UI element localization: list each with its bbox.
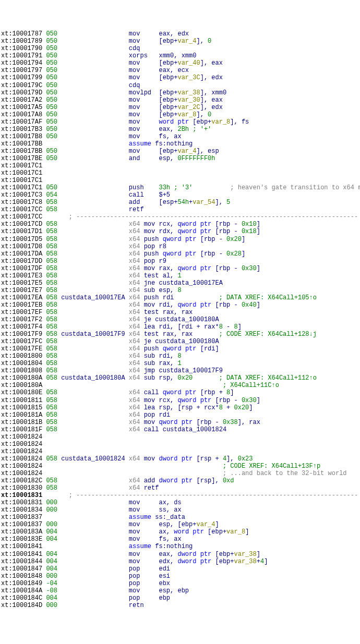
asm-line[interactable]: xt:10001797 050 mov eax, ecx	[1, 67, 360, 74]
asm-line[interactable]: xt:100017D8 058 x64 pop r8	[1, 243, 360, 250]
asm-line[interactable]: xt:100017C1	[1, 169, 360, 177]
instruction-text: mov eax, 2Bh ; '+'	[57, 126, 211, 133]
asm-line[interactable]: xt:100017BB 050 mov [ebp+var_4], esp	[1, 148, 360, 155]
asm-line[interactable]: xt:10001841 004 mov eax, dword ptr [ebp+…	[1, 551, 360, 558]
asm-line[interactable]: xt:100017C1	[1, 177, 360, 184]
asm-line[interactable]: xt:10001811 058 x64 mov rcx, qword ptr […	[1, 397, 360, 404]
instruction-text: mov fs, ax	[57, 133, 182, 140]
asm-line[interactable]: xt:10001790 050 cdq	[1, 45, 360, 52]
asm-line[interactable]: xt:100017D5 058 x64 push qword ptr [rbp …	[1, 236, 360, 243]
asm-line[interactable]: xt:100017CC 058 retf	[1, 206, 360, 213]
asm-line[interactable]: xt:100017E7 058 x64 sub esp, 8	[1, 287, 360, 294]
asm-line[interactable]: xt:10001831 ; --------------------------…	[1, 492, 360, 499]
asm-line[interactable]: xt:10001844 004 mov edx, dword ptr [ebp+…	[1, 558, 360, 565]
asm-line[interactable]: xt:10001849 -04 pop ebx	[1, 580, 360, 587]
asm-line[interactable]: xt:100017AF 050 mov word ptr [ebp+var_8]…	[1, 118, 360, 126]
asm-line[interactable]: xt:10001824 058 custdata_10001824 x64 mo…	[1, 455, 360, 463]
asm-line[interactable]: xt:10001837 000 mov esp, [ebp+var_4]	[1, 521, 360, 528]
asm-line[interactable]: xt:100017DA 058 x64 push qword ptr [rbp …	[1, 250, 360, 258]
asm-line[interactable]: xt:1000181F 058 x64 call custdata_100018…	[1, 426, 360, 433]
asm-line[interactable]: xt:100017DF 058 x64 mov rax, qword ptr […	[1, 265, 360, 272]
stack-offset: 058	[46, 411, 57, 419]
asm-line[interactable]: xt:100017A8 050 mov [ebp+var_8], 0	[1, 111, 360, 118]
asm-line[interactable]: xt:100017BE 050 and esp, 0FFFFFFF0h	[1, 155, 360, 162]
asm-line[interactable]: xt:100017F2 058 x64 je custdata_1000180A	[1, 316, 360, 323]
asm-line[interactable]: xt:10001834 000 mov ss, ax	[1, 506, 360, 514]
stack-offset: 058	[46, 236, 57, 243]
asm-line[interactable]: xt:100017E3 058 x64 test al, 1	[1, 272, 360, 280]
address: xt:100017B3	[1, 126, 42, 133]
asm-line[interactable]: xt:100017B8 050 mov fs, ax	[1, 133, 360, 140]
asm-line[interactable]: xt:100017F9 058 custdata_100017F9 x64 te…	[1, 331, 360, 338]
asm-line[interactable]: xt:10001841 assume fs:nothing	[1, 543, 360, 550]
asm-line[interactable]: xt:100017BB assume fs:nothing	[1, 140, 360, 148]
stack-offset: 058	[46, 258, 57, 265]
asm-line[interactable]: xt:100017E5 058 x64 jne custdata_100017E…	[1, 280, 360, 287]
asm-line[interactable]: xt:10001787 050 mov eax, edx	[1, 30, 360, 38]
address: xt:10001824	[1, 455, 42, 463]
asm-line[interactable]: xt:1000183A 004 mov ax, word ptr [ebp+va…	[1, 528, 360, 536]
asm-line[interactable]: xt:100017C8 058 add [esp+54h+var_54], 5	[1, 199, 360, 206]
address: xt:100017EF	[1, 309, 42, 316]
asm-line[interactable]: xt:10001800 058 x64 sub rdi, 8	[1, 353, 360, 360]
asm-line[interactable]: xt:10001847 004 pop edi	[1, 565, 360, 573]
asm-line[interactable]: xt:100017C1 050 push 33h ; '3' ; heaven'…	[1, 184, 360, 191]
asm-line[interactable]: xt:1000180A 058 custdata_1000180A x64 su…	[1, 374, 360, 382]
asm-line[interactable]: xt:1000184A -08 mov esp, ebp	[1, 587, 360, 594]
instruction-text: mov [ebp+var_4], esp	[57, 148, 219, 155]
asm-line[interactable]: xt:10001804 058 x64 sub rax, 1	[1, 360, 360, 367]
asm-line[interactable]: xt:10001808 058 x64 jmp custdata_100017F…	[1, 367, 360, 374]
instruction-text: x64 push qword ptr [rbp - 0x20]	[57, 236, 245, 243]
asm-line[interactable]: xt:100017EB 058 x64 mov rdi, qword ptr […	[1, 301, 360, 309]
instruction-text: custdata_10001824 x64 mov dword ptr [rsp…	[57, 455, 253, 463]
asm-line[interactable]: xt:10001824	[1, 441, 360, 448]
asm-line[interactable]: xt:1000184C 004 pop ebp	[1, 594, 360, 602]
instruction-text: x64 je custdata_1000180A	[57, 338, 219, 345]
asm-line[interactable]: xt:10001794 050 mov [ebp+var_40], eax	[1, 59, 360, 67]
asm-line[interactable]: xt:10001837 assume ss:_data	[1, 514, 360, 521]
asm-line[interactable]: xt:10001824 ; ...and back to the 32-bit …	[1, 470, 360, 477]
stack-offset: 050	[46, 126, 57, 133]
asm-line[interactable]: xt:100017C3 054 call $+5	[1, 191, 360, 199]
asm-line[interactable]: xt:1000179C 050 cdq	[1, 82, 360, 89]
asm-line[interactable]: xt:100017B3 050 mov eax, 2Bh ; '+'	[1, 126, 360, 133]
asm-line[interactable]: xt:10001831 000 mov ax, ds	[1, 499, 360, 506]
asm-line[interactable]: xt:1000181B 058 x64 mov qword ptr [rbp -…	[1, 419, 360, 426]
asm-line[interactable]: xt:100017EF 058 x64 test rax, rax	[1, 309, 360, 316]
instruction-text: mov word ptr [ebp+var_8], fs	[57, 118, 249, 126]
asm-line[interactable]: xt:10001830 058 x64 retf	[1, 484, 360, 492]
asm-line[interactable]: xt:100017F4 058 x64 lea rdi, [rdi + rax*…	[1, 323, 360, 331]
asm-line[interactable]: xt:1000183E 004 mov fs, ax	[1, 536, 360, 543]
asm-line[interactable]: xt:100017CC ; --------------------------…	[1, 213, 360, 221]
asm-line[interactable]: xt:100017EA 058 custdata_100017EA x64 pu…	[1, 294, 360, 301]
stack-offset: 058	[46, 389, 57, 396]
instruction-text: retn	[57, 602, 144, 609]
address: xt:10001831	[1, 492, 42, 499]
asm-line[interactable]: xt:1000181A 058 x64 pop rdi	[1, 411, 360, 419]
asm-line[interactable]: xt:10001791 050 xorps xmm0, xmm0	[1, 52, 360, 59]
asm-line[interactable]: xt:10001789 050 mov [ebp+var_4], 0	[1, 38, 360, 45]
asm-line[interactable]: xt:10001848 000 pop esi	[1, 573, 360, 580]
asm-line[interactable]: xt:10001815 058 x64 lea rsp, [rsp + rcx*…	[1, 404, 360, 411]
asm-line[interactable]: xt:1000180E 058 x64 call qword ptr [rbp …	[1, 389, 360, 396]
asm-line[interactable]: xt:10001824	[1, 448, 360, 455]
stack-offset: 050	[46, 96, 57, 104]
asm-line[interactable]: xt:100017A5 050 mov [ebp+var_2C], edx	[1, 104, 360, 111]
asm-line[interactable]: xt:100017CD 058 x64 mov rcx, qword ptr […	[1, 221, 360, 228]
asm-line[interactable]: xt:10001824	[1, 433, 360, 441]
asm-line[interactable]: xt:100017D1 058 x64 mov rdx, qword ptr […	[1, 228, 360, 235]
instruction-text: x64 push qword ptr [rbp - 0x28]	[57, 250, 245, 258]
asm-line[interactable]: xt:10001824 ; CODE XREF: X64Call+13F↑p	[1, 463, 360, 470]
asm-line[interactable]: xt:100017FC 058 x64 je custdata_1000180A	[1, 338, 360, 345]
address: xt:1000179C	[1, 82, 42, 89]
instruction-text: custdata_100017EA x64 push rdi ; DATA XR…	[57, 294, 317, 301]
asm-line[interactable]: xt:1000180A ; X64Call+11C↑o	[1, 382, 360, 389]
asm-line[interactable]: xt:100017C1	[1, 162, 360, 169]
asm-line[interactable]: xt:100017FE 058 x64 push qword ptr [rdi]	[1, 345, 360, 353]
asm-line[interactable]: xt:1000184D 000 retn	[1, 602, 360, 609]
asm-line[interactable]: xt:1000182C 058 x64 add dword ptr [rsp],…	[1, 477, 360, 484]
asm-line[interactable]: xt:100017DD 058 x64 pop r9	[1, 258, 360, 265]
asm-line[interactable]: xt:1000179D 050 movlpd [ebp+var_38], xmm…	[1, 89, 360, 96]
asm-line[interactable]: xt:10001799 050 mov [ebp+var_3C], edx	[1, 74, 360, 81]
asm-line[interactable]: xt:100017A2 050 mov [ebp+var_30], eax	[1, 96, 360, 104]
